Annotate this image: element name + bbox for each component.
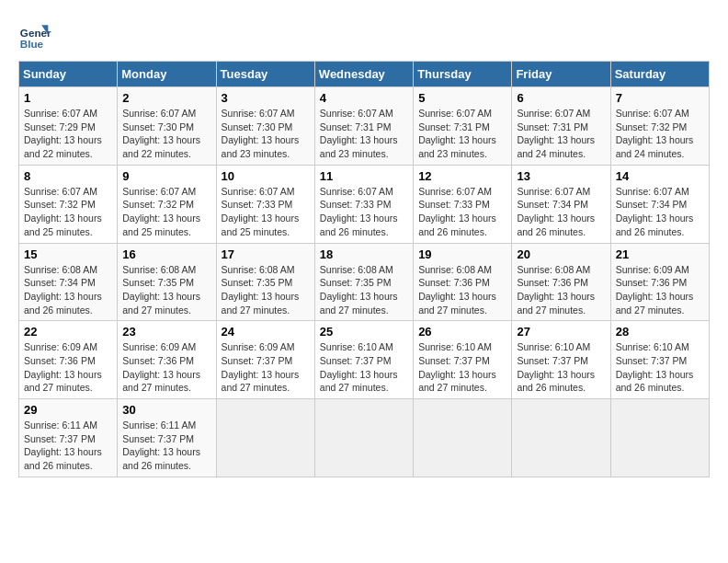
calendar-day-cell: [512, 399, 610, 477]
day-number: 7: [616, 91, 704, 105]
day-info: Sunrise: 6:11 AM Sunset: 7:37 PM Dayligh…: [24, 419, 112, 473]
calendar-day-cell: 10Sunrise: 6:07 AM Sunset: 7:33 PM Dayli…: [216, 165, 314, 243]
day-info: Sunrise: 6:07 AM Sunset: 7:30 PM Dayligh…: [222, 107, 310, 161]
day-number: 30: [122, 403, 210, 417]
calendar-week-row: 22Sunrise: 6:09 AM Sunset: 7:36 PM Dayli…: [19, 321, 710, 399]
day-info: Sunrise: 6:08 AM Sunset: 7:35 PM Dayligh…: [320, 263, 408, 317]
day-info: Sunrise: 6:08 AM Sunset: 7:35 PM Dayligh…: [122, 263, 210, 317]
calendar-day-cell: 8Sunrise: 6:07 AM Sunset: 7:32 PM Daylig…: [19, 165, 118, 243]
calendar-day-cell: 20Sunrise: 6:08 AM Sunset: 7:36 PM Dayli…: [512, 243, 610, 321]
logo: General Blue: [18, 18, 55, 52]
calendar-day-cell: 12Sunrise: 6:07 AM Sunset: 7:33 PM Dayli…: [414, 165, 512, 243]
weekday-header: Friday: [512, 62, 610, 87]
calendar-day-cell: 24Sunrise: 6:09 AM Sunset: 7:37 PM Dayli…: [216, 321, 314, 399]
day-info: Sunrise: 6:09 AM Sunset: 7:36 PM Dayligh…: [122, 340, 210, 395]
day-info: Sunrise: 6:07 AM Sunset: 7:32 PM Dayligh…: [24, 185, 112, 239]
calendar-header: SundayMondayTuesdayWednesdayThursdayFrid…: [19, 62, 710, 87]
day-number: 14: [616, 169, 704, 183]
weekday-header: Wednesday: [314, 62, 413, 87]
calendar-day-cell: 28Sunrise: 6:10 AM Sunset: 7:37 PM Dayli…: [610, 321, 709, 399]
day-info: Sunrise: 6:10 AM Sunset: 7:37 PM Dayligh…: [616, 340, 704, 395]
day-number: 19: [418, 247, 506, 261]
calendar-day-cell: 16Sunrise: 6:08 AM Sunset: 7:35 PM Dayli…: [118, 243, 216, 321]
day-number: 18: [320, 247, 408, 261]
calendar-week-row: 8Sunrise: 6:07 AM Sunset: 7:32 PM Daylig…: [19, 165, 710, 243]
day-info: Sunrise: 6:07 AM Sunset: 7:30 PM Dayligh…: [122, 107, 210, 161]
day-info: Sunrise: 6:07 AM Sunset: 7:32 PM Dayligh…: [122, 185, 210, 239]
day-info: Sunrise: 6:09 AM Sunset: 7:36 PM Dayligh…: [24, 340, 112, 395]
day-number: 3: [222, 91, 310, 105]
calendar-day-cell: 23Sunrise: 6:09 AM Sunset: 7:36 PM Dayli…: [118, 321, 216, 399]
day-info: Sunrise: 6:07 AM Sunset: 7:33 PM Dayligh…: [320, 185, 408, 239]
weekday-header: Monday: [118, 62, 216, 87]
day-number: 26: [418, 325, 506, 339]
calendar-day-cell: 15Sunrise: 6:08 AM Sunset: 7:34 PM Dayli…: [19, 243, 118, 321]
day-number: 22: [24, 325, 112, 339]
day-number: 15: [24, 247, 112, 261]
day-number: 25: [320, 325, 408, 339]
calendar-day-cell: 14Sunrise: 6:07 AM Sunset: 7:34 PM Dayli…: [610, 165, 709, 243]
calendar-day-cell: 30Sunrise: 6:11 AM Sunset: 7:37 PM Dayli…: [118, 399, 216, 477]
weekday-header: Saturday: [610, 62, 709, 87]
weekday-header: Thursday: [414, 62, 512, 87]
calendar-day-cell: 1Sunrise: 6:07 AM Sunset: 7:29 PM Daylig…: [19, 87, 118, 166]
day-number: 5: [418, 91, 506, 105]
calendar-body: 1Sunrise: 6:07 AM Sunset: 7:29 PM Daylig…: [19, 87, 710, 477]
day-number: 12: [418, 169, 506, 183]
calendar-week-row: 15Sunrise: 6:08 AM Sunset: 7:34 PM Dayli…: [19, 243, 710, 321]
day-number: 24: [222, 325, 310, 339]
day-number: 9: [122, 169, 210, 183]
day-number: 6: [517, 91, 605, 105]
calendar-day-cell: [610, 399, 709, 477]
weekday-header: Sunday: [19, 62, 118, 87]
day-number: 4: [320, 91, 408, 105]
calendar-day-cell: 29Sunrise: 6:11 AM Sunset: 7:37 PM Dayli…: [19, 399, 118, 477]
svg-text:Blue: Blue: [20, 38, 44, 50]
day-info: Sunrise: 6:10 AM Sunset: 7:37 PM Dayligh…: [418, 340, 506, 395]
day-info: Sunrise: 6:07 AM Sunset: 7:34 PM Dayligh…: [517, 185, 605, 239]
day-number: 8: [24, 169, 112, 183]
calendar-day-cell: 27Sunrise: 6:10 AM Sunset: 7:37 PM Dayli…: [512, 321, 610, 399]
day-info: Sunrise: 6:09 AM Sunset: 7:37 PM Dayligh…: [222, 340, 310, 395]
calendar-week-row: 1Sunrise: 6:07 AM Sunset: 7:29 PM Daylig…: [19, 87, 710, 166]
day-info: Sunrise: 6:07 AM Sunset: 7:33 PM Dayligh…: [418, 185, 506, 239]
calendar-day-cell: 22Sunrise: 6:09 AM Sunset: 7:36 PM Dayli…: [19, 321, 118, 399]
calendar-table: SundayMondayTuesdayWednesdayThursdayFrid…: [18, 61, 710, 477]
calendar-day-cell: [314, 399, 413, 477]
calendar-day-cell: [216, 399, 314, 477]
calendar-day-cell: 9Sunrise: 6:07 AM Sunset: 7:32 PM Daylig…: [118, 165, 216, 243]
day-number: 13: [517, 169, 605, 183]
logo-icon: General Blue: [18, 18, 51, 52]
day-number: 2: [122, 91, 210, 105]
day-info: Sunrise: 6:08 AM Sunset: 7:35 PM Dayligh…: [222, 263, 310, 317]
day-info: Sunrise: 6:07 AM Sunset: 7:34 PM Dayligh…: [616, 185, 704, 239]
day-info: Sunrise: 6:10 AM Sunset: 7:37 PM Dayligh…: [517, 340, 605, 395]
day-number: 11: [320, 169, 408, 183]
day-number: 23: [122, 325, 210, 339]
calendar-day-cell: 6Sunrise: 6:07 AM Sunset: 7:31 PM Daylig…: [512, 87, 610, 166]
day-info: Sunrise: 6:07 AM Sunset: 7:29 PM Dayligh…: [24, 107, 112, 161]
day-info: Sunrise: 6:07 AM Sunset: 7:31 PM Dayligh…: [320, 107, 408, 161]
calendar-day-cell: 21Sunrise: 6:09 AM Sunset: 7:36 PM Dayli…: [610, 243, 709, 321]
day-number: 1: [24, 91, 112, 105]
calendar-day-cell: 3Sunrise: 6:07 AM Sunset: 7:30 PM Daylig…: [216, 87, 314, 166]
day-info: Sunrise: 6:07 AM Sunset: 7:32 PM Dayligh…: [616, 107, 704, 161]
calendar-day-cell: 26Sunrise: 6:10 AM Sunset: 7:37 PM Dayli…: [414, 321, 512, 399]
day-number: 17: [222, 247, 310, 261]
calendar-day-cell: 2Sunrise: 6:07 AM Sunset: 7:30 PM Daylig…: [118, 87, 216, 166]
page-header: General Blue: [18, 18, 710, 52]
day-info: Sunrise: 6:08 AM Sunset: 7:34 PM Dayligh…: [24, 263, 112, 317]
day-info: Sunrise: 6:08 AM Sunset: 7:36 PM Dayligh…: [418, 263, 506, 317]
day-info: Sunrise: 6:07 AM Sunset: 7:33 PM Dayligh…: [222, 185, 310, 239]
day-number: 27: [517, 325, 605, 339]
calendar-day-cell: [414, 399, 512, 477]
day-number: 28: [616, 325, 704, 339]
calendar-day-cell: 5Sunrise: 6:07 AM Sunset: 7:31 PM Daylig…: [414, 87, 512, 166]
calendar-day-cell: 4Sunrise: 6:07 AM Sunset: 7:31 PM Daylig…: [314, 87, 413, 166]
day-number: 20: [517, 247, 605, 261]
calendar-day-cell: 13Sunrise: 6:07 AM Sunset: 7:34 PM Dayli…: [512, 165, 610, 243]
day-info: Sunrise: 6:07 AM Sunset: 7:31 PM Dayligh…: [418, 107, 506, 161]
calendar-day-cell: 17Sunrise: 6:08 AM Sunset: 7:35 PM Dayli…: [216, 243, 314, 321]
day-info: Sunrise: 6:10 AM Sunset: 7:37 PM Dayligh…: [320, 340, 408, 395]
day-info: Sunrise: 6:07 AM Sunset: 7:31 PM Dayligh…: [517, 107, 605, 161]
